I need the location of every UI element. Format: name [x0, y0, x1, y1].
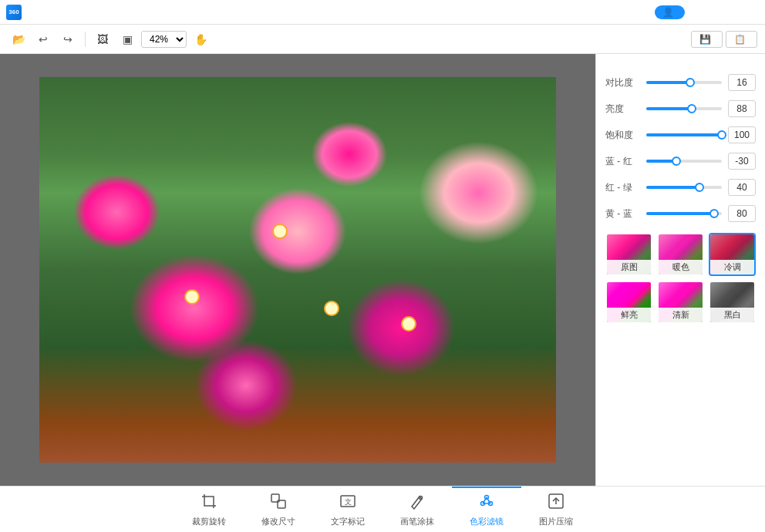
- filter-label-5: 黑白: [710, 308, 754, 322]
- slider-value-0[interactable]: 16: [728, 74, 756, 91]
- bottom-tool-filter[interactable]: 色彩滤镜: [452, 487, 521, 533]
- filter-item-清新[interactable]: 清新: [657, 281, 704, 324]
- bottom-tool-icon-compress: [548, 493, 564, 513]
- zoom-area: 42%: [141, 31, 187, 48]
- save-button[interactable]: 💾: [691, 31, 723, 48]
- bottom-tool-label-resize: 修改尺寸: [261, 516, 295, 527]
- toolbar-right: 💾 📋: [691, 31, 757, 48]
- filter-item-黑白[interactable]: 黑白: [709, 281, 756, 324]
- bottom-toolbar: 裁剪旋转 修改尺寸 文 文字标记 画笔涂抹 色彩滤镜 图片压缩: [0, 486, 765, 532]
- slider-label-1: 亮度: [605, 103, 640, 116]
- slider-track-4[interactable]: [646, 186, 722, 189]
- slider-thumb-5[interactable]: [709, 209, 719, 218]
- saveas-button[interactable]: 📋: [726, 31, 757, 48]
- sliders-container: 对比度 16 亮度 88 饱和度 100 蓝 - 红 -30 红 - 绿: [605, 74, 756, 222]
- slider-row-2: 饱和度 100: [605, 126, 756, 143]
- filter-label-2: 冷调: [710, 260, 754, 274]
- filter-item-暖色[interactable]: 暖色: [657, 233, 704, 276]
- slider-thumb-4[interactable]: [695, 183, 704, 192]
- zoom-dropdown[interactable]: 42%: [141, 31, 187, 48]
- filter-label-3: 鲜亮: [607, 308, 651, 322]
- bottom-tool-text[interactable]: 文 文字标记: [313, 487, 382, 533]
- bottom-tools-container: 裁剪旋转 修改尺寸 文 文字标记 画笔涂抹 色彩滤镜 图片压缩: [174, 487, 591, 533]
- image-info-button[interactable]: 🖼: [92, 29, 113, 50]
- slider-label-4: 红 - 绿: [605, 181, 640, 194]
- login-button[interactable]: 👤: [655, 5, 685, 19]
- bottom-tool-label-filter: 色彩滤镜: [470, 516, 504, 527]
- slider-track-0[interactable]: [646, 81, 722, 84]
- filter-item-鲜亮[interactable]: 鲜亮: [605, 281, 652, 324]
- bottom-tool-label-text: 文字标记: [331, 516, 365, 527]
- window-controls: 👤: [655, 3, 759, 22]
- close-button[interactable]: [737, 3, 759, 22]
- maximize-button[interactable]: [713, 3, 734, 22]
- flower-center-1: [184, 289, 200, 305]
- slider-value-2[interactable]: 100: [728, 126, 756, 143]
- flower-center-3: [324, 301, 339, 316]
- bottom-tool-label-crop: 裁剪旋转: [192, 516, 226, 527]
- bottom-tool-resize[interactable]: 修改尺寸: [244, 487, 313, 533]
- toolbar: 📂 ↩ ↪ 🖼 ▣ 42% ✋ 💾 📋: [0, 25, 765, 54]
- slider-row-0: 对比度 16: [605, 74, 756, 91]
- save-icon: 💾: [699, 34, 711, 45]
- filter-label-4: 清新: [659, 308, 703, 322]
- svg-text:文: 文: [345, 498, 352, 506]
- slider-fill-2: [646, 133, 722, 136]
- slider-value-5[interactable]: 80: [728, 205, 756, 222]
- filter-label-0: 原图: [607, 260, 651, 274]
- open-file-button[interactable]: 📂: [8, 29, 29, 50]
- filters-grid: 原图 暖色 冷调 鲜亮 清新 黑白: [605, 233, 756, 324]
- bottom-tool-icon-brush: [409, 493, 426, 513]
- bottom-tool-brush[interactable]: 画笔涂抹: [382, 487, 452, 533]
- layers-button[interactable]: ▣: [116, 29, 138, 50]
- bottom-tool-icon-text: 文: [339, 493, 356, 513]
- slider-value-3[interactable]: -30: [728, 153, 756, 170]
- minimize-button[interactable]: [688, 3, 709, 22]
- bottom-tool-label-brush: 画笔涂抹: [400, 516, 434, 527]
- saveas-icon: 📋: [734, 34, 746, 45]
- slider-row-1: 亮度 88: [605, 100, 756, 117]
- filter-item-原图[interactable]: 原图: [605, 233, 652, 276]
- slider-value-1[interactable]: 88: [728, 100, 756, 117]
- slider-track-5[interactable]: [646, 212, 722, 215]
- slider-label-5: 黄 - 蓝: [605, 207, 640, 221]
- main-area: 对比度 16 亮度 88 饱和度 100 蓝 - 红 -30 红 - 绿: [0, 54, 765, 486]
- app-logo: 360: [6, 5, 22, 20]
- slider-thumb-1[interactable]: [687, 104, 696, 113]
- slider-row-5: 黄 - 蓝 80: [605, 205, 756, 222]
- slider-thumb-3[interactable]: [672, 157, 681, 166]
- flower-center-4: [401, 316, 416, 332]
- hand-tool-button[interactable]: ✋: [190, 29, 211, 50]
- slider-track-2[interactable]: [646, 133, 722, 136]
- slider-track-3[interactable]: [646, 160, 722, 163]
- flower-background: [39, 77, 556, 463]
- slider-fill-1: [646, 107, 692, 110]
- slider-thumb-2[interactable]: [717, 130, 726, 140]
- right-panel: 对比度 16 亮度 88 饱和度 100 蓝 - 红 -30 红 - 绿: [595, 54, 765, 486]
- slider-fill-0: [646, 81, 690, 84]
- slider-label-3: 蓝 - 红: [605, 155, 640, 168]
- filter-item-冷调[interactable]: 冷调: [709, 233, 756, 276]
- titlebar: 360 👤: [0, 0, 765, 25]
- canvas-area[interactable]: [0, 54, 595, 486]
- logo-text: 360: [8, 8, 19, 15]
- slider-value-4[interactable]: 40: [728, 179, 756, 196]
- flower-center-2: [272, 224, 288, 239]
- bottom-tool-compress[interactable]: 图片压缩: [521, 487, 591, 533]
- slider-fill-5: [646, 212, 714, 215]
- slider-row-4: 红 - 绿 40: [605, 179, 756, 196]
- slider-track-1[interactable]: [646, 107, 722, 110]
- canvas-image: [39, 77, 556, 463]
- sep1: [85, 32, 86, 47]
- slider-row-3: 蓝 - 红 -30: [605, 153, 756, 170]
- bottom-tool-icon-filter: [478, 493, 495, 513]
- slider-label-0: 对比度: [605, 76, 640, 89]
- slider-fill-4: [646, 186, 699, 189]
- undo-button[interactable]: ↩: [32, 29, 54, 50]
- bottom-tool-label-compress: 图片压缩: [539, 516, 573, 527]
- slider-thumb-0[interactable]: [686, 78, 695, 87]
- user-icon: 👤: [662, 7, 674, 18]
- redo-button[interactable]: ↪: [57, 29, 79, 50]
- filter-label-1: 暖色: [659, 260, 703, 274]
- bottom-tool-crop[interactable]: 裁剪旋转: [174, 487, 244, 533]
